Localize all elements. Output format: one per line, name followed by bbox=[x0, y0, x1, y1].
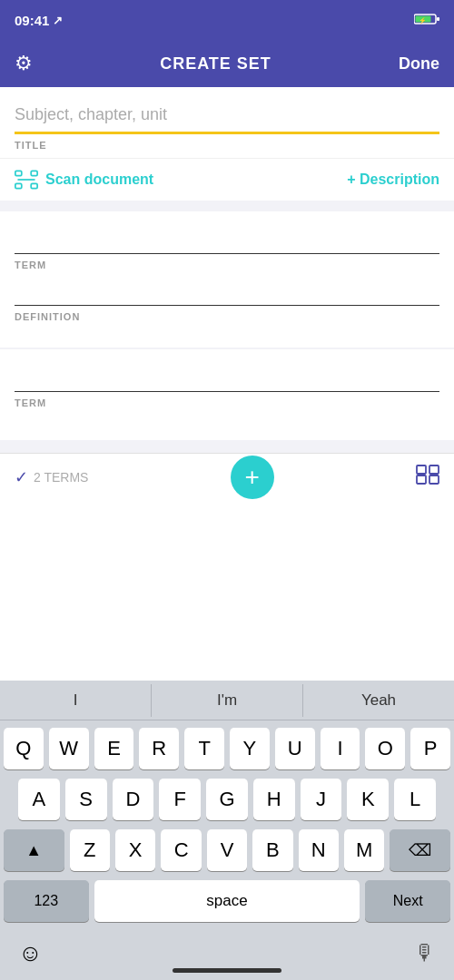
definition-input-1[interactable] bbox=[15, 281, 439, 305]
add-description-button[interactable]: + Description bbox=[347, 172, 439, 188]
autocomplete-i[interactable]: I bbox=[0, 684, 152, 717]
card-1: TERM DEFINITION bbox=[0, 211, 454, 348]
title-input[interactable] bbox=[15, 102, 439, 128]
signal-icon: ↗ bbox=[53, 14, 63, 27]
key-row-2: A S D F G H J K L bbox=[4, 779, 450, 820]
key-c[interactable]: C bbox=[161, 829, 201, 871]
key-j[interactable]: J bbox=[301, 779, 342, 820]
key-y[interactable]: Y bbox=[230, 728, 270, 769]
term-field-2: TERM bbox=[15, 368, 439, 408]
title-label: TITLE bbox=[15, 140, 439, 151]
emoji-icon[interactable]: ☺ bbox=[18, 939, 43, 967]
key-d[interactable]: D bbox=[113, 779, 154, 820]
svg-rect-10 bbox=[429, 466, 439, 474]
term-input-1[interactable] bbox=[15, 230, 439, 253]
key-e[interactable]: E bbox=[94, 728, 134, 769]
key-o[interactable]: O bbox=[365, 728, 405, 769]
svg-rect-2 bbox=[437, 17, 439, 21]
key-row-1: Q W E R T Y U I O P bbox=[4, 728, 450, 769]
term-input-2[interactable] bbox=[15, 368, 439, 391]
key-l[interactable]: L bbox=[394, 779, 436, 820]
actions-row: Scan document + Description bbox=[0, 158, 454, 201]
key-i[interactable]: I bbox=[321, 728, 360, 769]
status-icons: ⚡ bbox=[414, 13, 439, 28]
term-label-1: TERM bbox=[15, 260, 439, 270]
terms-label: 2 TERMS bbox=[34, 470, 88, 485]
key-m[interactable]: M bbox=[344, 829, 384, 871]
svg-rect-7 bbox=[31, 183, 37, 188]
keyboard-bottom: ☺ 🎙 bbox=[0, 935, 454, 980]
gear-icon[interactable]: ⚙ bbox=[15, 52, 33, 75]
status-time: 09:41 ↗ bbox=[15, 13, 63, 28]
cards-area: TERM DEFINITION TERM bbox=[0, 201, 454, 453]
key-s[interactable]: S bbox=[65, 779, 107, 820]
scan-document-button[interactable]: Scan document bbox=[15, 170, 153, 190]
next-key[interactable]: Next bbox=[365, 880, 450, 922]
key-v[interactable]: V bbox=[207, 829, 247, 871]
svg-rect-11 bbox=[417, 475, 426, 484]
term-underline-1 bbox=[15, 253, 439, 254]
more-button[interactable] bbox=[416, 465, 439, 490]
key-g[interactable]: G bbox=[206, 779, 248, 820]
key-z[interactable]: Z bbox=[70, 829, 110, 871]
status-bar: 09:41 ↗ ⚡ bbox=[0, 0, 454, 40]
svg-rect-5 bbox=[31, 171, 37, 175]
key-w[interactable]: W bbox=[49, 728, 89, 769]
done-button[interactable]: Done bbox=[399, 54, 439, 74]
scan-label: Scan document bbox=[45, 172, 153, 188]
shift-key[interactable]: ▲ bbox=[4, 829, 64, 871]
home-indicator bbox=[173, 968, 281, 973]
key-h[interactable]: H bbox=[253, 779, 295, 820]
page-title: CREATE SET bbox=[160, 54, 271, 74]
nav-bar: ⚙ CREATE SET Done bbox=[0, 40, 454, 87]
svg-rect-6 bbox=[15, 183, 22, 188]
svg-rect-9 bbox=[417, 466, 426, 474]
space-key[interactable]: space bbox=[94, 880, 360, 922]
key-q[interactable]: Q bbox=[4, 728, 44, 769]
num-key[interactable]: 123 bbox=[4, 880, 89, 922]
terms-count: ✓ 2 TERMS bbox=[15, 467, 88, 487]
svg-rect-4 bbox=[15, 171, 22, 175]
autocomplete-im[interactable]: I'm bbox=[152, 684, 303, 717]
term-label-2: TERM bbox=[15, 397, 439, 408]
definition-label-1: DEFINITION bbox=[15, 311, 439, 322]
key-row-4: 123 space Next bbox=[4, 880, 450, 922]
key-f[interactable]: F bbox=[159, 779, 201, 820]
svg-rect-12 bbox=[429, 475, 439, 484]
keyboard: I I'm Yeah Q W E R T Y U I O P A S D F G… bbox=[0, 681, 454, 980]
battery-icon: ⚡ bbox=[414, 13, 439, 28]
key-u[interactable]: U bbox=[275, 728, 315, 769]
add-card-button[interactable]: + bbox=[231, 456, 274, 499]
key-b[interactable]: B bbox=[252, 829, 292, 871]
key-k[interactable]: K bbox=[347, 779, 389, 820]
svg-text:⚡: ⚡ bbox=[419, 16, 427, 24]
definition-underline-1 bbox=[15, 305, 439, 306]
key-t[interactable]: T bbox=[184, 728, 224, 769]
title-section: TITLE bbox=[0, 87, 454, 158]
card-2: TERM bbox=[0, 349, 454, 440]
key-r[interactable]: R bbox=[139, 728, 179, 769]
key-n[interactable]: N bbox=[299, 829, 339, 871]
definition-field-1: DEFINITION bbox=[15, 281, 439, 322]
check-icon: ✓ bbox=[15, 467, 28, 487]
time-label: 09:41 bbox=[15, 13, 49, 28]
key-p[interactable]: P bbox=[410, 728, 450, 769]
mic-icon[interactable]: 🎙 bbox=[414, 940, 436, 965]
autocomplete-bar: I I'm Yeah bbox=[0, 681, 454, 720]
title-underline bbox=[15, 132, 439, 134]
key-row-3: ▲ Z X C V B N M ⌫ bbox=[4, 829, 450, 871]
bottom-bar: ✓ 2 TERMS + bbox=[0, 453, 454, 500]
term-underline-2 bbox=[15, 391, 439, 392]
key-a[interactable]: A bbox=[18, 779, 60, 820]
key-x[interactable]: X bbox=[115, 829, 155, 871]
scan-icon bbox=[15, 170, 38, 190]
autocomplete-yeah[interactable]: Yeah bbox=[303, 684, 454, 717]
key-rows: Q W E R T Y U I O P A S D F G H J K L ▲ … bbox=[0, 720, 454, 935]
backspace-key[interactable]: ⌫ bbox=[390, 829, 450, 871]
term-field-1: TERM bbox=[15, 230, 439, 270]
